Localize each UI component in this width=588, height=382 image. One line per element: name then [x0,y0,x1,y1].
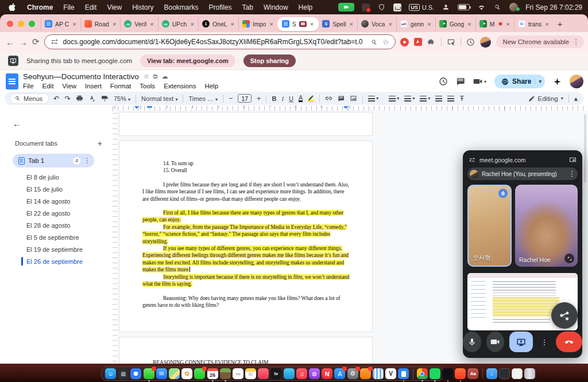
highlight-color-button[interactable] [308,95,314,102]
share-dropdown-icon[interactable]: ▾ [535,79,541,84]
chrome-profile-avatar[interactable] [480,37,491,48]
tab-verify[interactable]: upVerif× [120,17,157,31]
tab-active-seohyun-doc[interactable]: S× [277,17,319,31]
right-indent-marker[interactable] [343,106,348,109]
end-call-button[interactable] [556,332,582,352]
bold-button[interactable]: B [272,95,276,102]
zoom-search-icon[interactable] [370,38,378,46]
extension-cursor-icon[interactable] [414,38,422,46]
left-indent-marker[interactable] [134,106,139,109]
tab-close-icon[interactable]: × [506,21,510,28]
move-folder-icon[interactable]: ⧉ [153,73,158,80]
tab-close-icon[interactable]: × [149,21,154,28]
video-tile-left[interactable]: 오서현 [467,185,512,267]
star-document-icon[interactable]: ☆ [144,73,149,80]
trash-icon[interactable] [524,368,535,379]
menubar-tab[interactable]: Tab [242,3,253,11]
menubar-edit[interactable]: Edit [85,3,97,11]
page-next[interactable]: REASONING CONNECTS EVIDENCE TO CLAIM [119,337,373,364]
menubar-profiles[interactable]: Profiles [209,3,232,11]
extension-red-icon[interactable] [400,38,409,46]
reminders-icon[interactable]: ≔ [233,368,243,379]
messages-icon[interactable] [144,368,154,379]
presenter-pill[interactable]: Rachel Hoe (You, presenting) ⋮ [467,167,578,180]
tab-spell[interactable]: SSpell× [319,17,357,31]
tab-close-icon[interactable]: × [427,21,431,28]
docs-menu-extensions[interactable]: Extensions [164,83,196,89]
sidebar-tab-1[interactable]: Tab 1 4 ⋮ [13,154,94,167]
docs-logo-icon[interactable] [6,73,18,89]
tab-translate[interactable]: Gtrans× [514,17,553,31]
tab-close-icon[interactable]: × [349,21,354,28]
spotlight-search-icon[interactable] [493,3,502,11]
menubar-help[interactable]: Help [299,3,313,11]
menubar-app-name[interactable]: Chrome [27,3,53,11]
first-line-indent-marker[interactable] [147,106,152,108]
photos-icon[interactable]: ✿ [181,368,192,379]
tab-close-icon[interactable]: × [189,21,194,28]
inbox-tray-icon[interactable] [393,3,401,11]
pip-return-icon[interactable] [569,156,577,163]
brave-icon[interactable] [455,368,466,379]
minecraft-icon[interactable] [220,368,231,379]
menubar-window[interactable]: Window [264,3,288,11]
tab-close-icon[interactable]: × [388,21,392,28]
sidebar-item-19-septiembre[interactable]: El 19 de septiembre [0,243,113,255]
system-settings-icon[interactable]: ⚙ [347,368,358,379]
share-button[interactable]: Share ▾ [494,75,545,88]
docs-menu-file[interactable]: File [23,83,34,89]
apple-menu-icon[interactable] [8,3,17,11]
gemini-icon[interactable] [553,77,562,86]
window-minimize-button[interactable] [18,21,24,27]
add-comment-button[interactable] [338,95,345,102]
preview-app-icon[interactable] [373,368,384,379]
forward-button[interactable]: → [19,37,28,47]
text-color-button[interactable]: A [299,95,303,102]
tab-close-icon[interactable]: × [112,21,117,28]
camera-button[interactable] [486,332,505,352]
docs-app-icon[interactable] [398,368,409,379]
stop-sharing-button[interactable]: Stop sharing [243,54,296,67]
sidebar-item-14-agosto[interactable]: El 14 de agosto [0,195,113,207]
more-options-button[interactable]: ⋮ [538,332,551,352]
numbered-list-button[interactable]: ▾ [420,96,430,102]
safari-icon[interactable] [130,368,141,379]
omnibox[interactable]: docs.google.com/document/d/1-K6Ojde6yE4o… [44,34,396,49]
wifi-icon[interactable] [477,3,486,11]
docs-menu-edit[interactable]: Edit [42,83,54,89]
facetime-icon[interactable] [194,368,205,379]
sidebar-item-5-septiembre[interactable]: El 5 de septiembre [0,231,113,243]
menubar-file[interactable]: File [63,3,74,11]
search-tabs-icon[interactable] [447,38,455,46]
downloads-folder-icon[interactable]: ↓ [486,368,497,379]
view-tab-button[interactable]: View tab: meet.google.com [140,54,235,67]
comment-history-icon[interactable] [456,77,465,86]
launchpad-icon[interactable]: ▦ [118,368,129,379]
insert-link-button[interactable] [325,95,332,102]
paint-format-button[interactable] [101,95,109,102]
url-text[interactable]: docs.google.com/document/d/1-K6Ojde6yE4o… [63,38,366,46]
recent-screenshot-light-icon[interactable] [512,368,523,379]
add-tab-button[interactable]: + [98,139,102,148]
finder-icon[interactable]: ☺ [105,368,116,379]
share-screen-fab[interactable] [551,302,578,329]
collapse-toolbar-button[interactable]: ▴ [574,94,578,103]
sidebar-item-8-julio[interactable]: El 8 de julio [0,171,113,183]
pip-settings-icon[interactable] [469,157,475,163]
tab-goog[interactable]: Goog× [435,17,475,31]
account-avatar[interactable] [570,75,583,88]
vrew-icon[interactable]: V [385,368,396,379]
performance-icon[interactable] [466,38,475,46]
expand-tile-icon[interactable] [564,254,574,263]
reload-button[interactable]: ⟳ [32,37,40,47]
italic-button[interactable]: I [281,95,284,102]
docs-menu-view[interactable]: View [62,83,76,89]
decrease-indent-button[interactable] [435,96,442,102]
input-source-menu[interactable]: US U.S. [409,4,434,11]
presenter-options-icon[interactable]: ⋮ [568,170,575,178]
menubar-view[interactable]: View [107,3,122,11]
align-button[interactable]: ▾ [368,96,378,102]
notes-icon[interactable]: ▤ [245,368,256,379]
tab-onel[interactable]: 1OneL× [198,17,238,31]
extensions-puzzle-icon[interactable] [427,38,436,46]
